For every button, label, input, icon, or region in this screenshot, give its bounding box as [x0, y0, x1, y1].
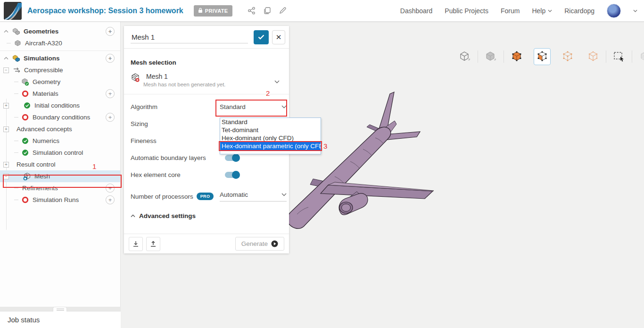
sidebar-item-materials[interactable]: Materials + — [0, 88, 120, 100]
lock-icon — [198, 8, 203, 14]
expand-box-icon[interactable]: + — [3, 162, 9, 168]
add-simulation-run-button[interactable]: + — [106, 195, 115, 204]
sidebar-item-advanced-concepts[interactable]: + Advanced concepts — [0, 123, 120, 135]
check-status-icon — [21, 137, 29, 145]
advanced-settings-toggle[interactable]: Advanced settings — [131, 212, 282, 219]
geometries-icon — [12, 27, 20, 35]
sidebar-item-boundary-conditions[interactable]: Boundary conditions + — [0, 111, 120, 123]
collapse-icon — [4, 57, 8, 60]
empty-status-icon — [21, 113, 29, 121]
cancel-button[interactable]: ✕ — [272, 30, 285, 44]
nav-username[interactable]: Ricardopg — [564, 7, 594, 15]
add-material-button[interactable]: + — [106, 89, 115, 98]
job-status-bar[interactable]: Job status — [0, 311, 121, 328]
mesh-selection-heading: Mesh selection — [131, 59, 282, 66]
simscale-logo[interactable] — [4, 2, 22, 20]
nav-public-projects[interactable]: Public Projects — [445, 7, 488, 15]
processors-row: Number of processors PRO Automatic — [131, 188, 282, 205]
select-face-icon[interactable] — [534, 48, 551, 65]
account-chevron-down-icon[interactable] — [633, 9, 637, 12]
chevron-down-icon — [548, 9, 552, 12]
empty-status-icon — [21, 90, 29, 98]
collapse-icon — [131, 214, 135, 218]
project-title: Aerospace workshop: Session 3 homework — [27, 7, 183, 15]
chevron-down-icon — [281, 105, 287, 109]
simscale-workbench: Aerospace workshop: Session 3 homework P… — [0, 0, 644, 328]
mesh-error-icon — [131, 73, 140, 82]
algorithm-option-tet-dominant[interactable]: Tet-dominant — [220, 126, 321, 134]
cube-icon — [14, 39, 22, 47]
upload-settings-button[interactable] — [146, 237, 160, 251]
algorithm-dropdown-menu: Standard Tet-dominant Hex-dominant (only… — [220, 118, 321, 154]
sidebar-item-geometry[interactable]: Geometry — [0, 76, 120, 88]
select-volume-icon[interactable] — [508, 48, 525, 65]
sidebar-item-simulation-control[interactable]: Simulation control — [0, 147, 120, 159]
check-status-icon — [23, 101, 31, 109]
algorithm-option-standard[interactable]: Standard — [220, 118, 321, 126]
share-icon[interactable] — [248, 7, 256, 15]
sidebar-item-aircraft-a320[interactable]: Aircraft-A320 — [0, 37, 120, 49]
chevron-down-icon — [281, 193, 287, 196]
selected-mesh-status: Mesh has not been generated yet. — [143, 82, 226, 87]
hex-element-core-row: Hex element core — [131, 166, 282, 183]
sidebar-item-initial-conditions[interactable]: + Initial conditions — [0, 100, 120, 111]
simulations-icon — [12, 54, 20, 62]
auto-boundary-layers-toggle[interactable] — [225, 155, 239, 161]
privacy-badge: PRIVATE — [194, 5, 232, 17]
add-refinement-button[interactable]: + — [106, 184, 115, 193]
algorithm-select[interactable]: Standard — [220, 103, 287, 110]
sidebar-item-simulation-runs[interactable]: Simulation Runs + — [0, 194, 120, 206]
add-simulation-button[interactable]: + — [106, 54, 115, 63]
expand-box-icon[interactable]: + — [3, 126, 9, 132]
edit-icon[interactable] — [279, 7, 287, 15]
collapse-icon — [4, 30, 8, 33]
copy-icon[interactable] — [263, 7, 271, 15]
view-wireframe-icon[interactable] — [456, 48, 473, 65]
chevron-down-icon — [274, 80, 280, 84]
sidebar-item-compressible[interactable]: − Compressible — [0, 64, 120, 76]
generate-mesh-button[interactable]: Generate — [235, 237, 284, 251]
select-vertex-icon[interactable] — [585, 48, 602, 65]
sidebar-item-refinements[interactable]: Refinements + — [0, 182, 120, 194]
nav-forum[interactable]: Forum — [501, 7, 520, 15]
sidebar-item-geometries[interactable]: Geometries + — [0, 25, 120, 37]
geometry-check-icon — [21, 78, 29, 86]
sidebar-item-numerics[interactable]: Numerics — [0, 135, 120, 147]
algorithm-row: Algorithm Standard — [131, 98, 282, 115]
algorithm-option-hex-dominant-parametric[interactable]: Hex-dominant parametric (only CFD) — [220, 142, 321, 150]
job-status-handle[interactable] — [53, 307, 67, 311]
collapse-box-icon[interactable]: − — [3, 174, 9, 179]
nav-dashboard[interactable]: Dashboard — [400, 7, 433, 15]
mesh-selection-item[interactable]: Mesh 1 Mesh has not been generated yet. — [131, 73, 282, 87]
apply-button[interactable] — [254, 30, 269, 44]
download-settings-button[interactable] — [129, 237, 143, 251]
expand-box-icon[interactable]: + — [3, 103, 9, 109]
selection-toolbar — [452, 48, 644, 65]
box-select-icon[interactable] — [611, 48, 627, 65]
compressible-icon — [13, 66, 21, 74]
pro-badge: PRO — [197, 193, 214, 200]
upload-icon — [150, 241, 157, 247]
add-boundary-condition-button[interactable]: + — [106, 113, 115, 122]
nav-help-menu[interactable]: Help — [532, 7, 552, 15]
select-edge-icon[interactable] — [559, 48, 576, 65]
mesh-name-input[interactable] — [131, 31, 248, 43]
processors-select[interactable]: Automatic — [220, 191, 287, 202]
hex-element-core-toggle[interactable] — [225, 172, 239, 178]
sidebar-item-mesh[interactable]: − Mesh — [0, 170, 120, 182]
algorithm-option-hex-dominant[interactable]: Hex-dominant (only CFD) — [220, 134, 321, 142]
mesh-clip-icon[interactable] — [636, 48, 644, 65]
collapse-box-icon[interactable]: − — [3, 67, 9, 73]
header-nav: Dashboard Public Projects Forum Help Ric… — [400, 4, 644, 18]
top-header: Aerospace workshop: Session 3 homework P… — [0, 0, 644, 22]
aircraft-model[interactable] — [283, 85, 500, 234]
play-icon — [271, 240, 278, 247]
check-icon — [258, 34, 264, 40]
user-avatar[interactable] — [607, 4, 621, 18]
view-solid-icon[interactable] — [482, 48, 499, 65]
add-geometry-button[interactable]: + — [106, 27, 115, 36]
simulation-tree-sidebar: Geometries + Aircraft-A320 Simulations +… — [0, 22, 121, 307]
sidebar-item-simulations[interactable]: Simulations + — [0, 52, 120, 64]
sidebar-item-result-control[interactable]: + Result control — [0, 159, 120, 170]
selected-mesh-title: Mesh 1 — [146, 73, 226, 80]
